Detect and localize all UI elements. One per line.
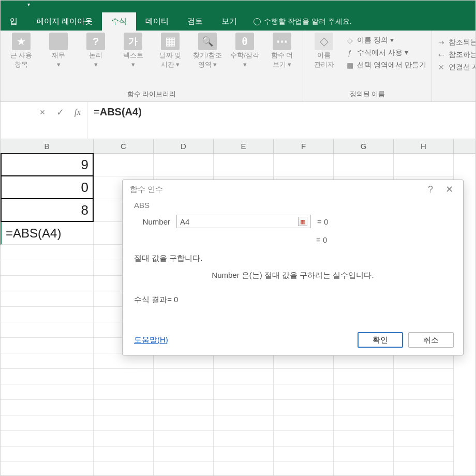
cell[interactable] — [1, 431, 94, 447]
col-header-E[interactable]: E — [214, 139, 274, 153]
cell[interactable] — [394, 400, 454, 415]
cell[interactable] — [214, 353, 274, 369]
tab-insert-partial[interactable]: 입 — [1, 12, 27, 31]
cell[interactable] — [94, 369, 154, 384]
dialog-help-icon[interactable]: ? — [424, 183, 437, 196]
financial-button[interactable]: 재무▾ — [43, 33, 74, 88]
cell[interactable] — [274, 369, 334, 384]
cell[interactable] — [214, 400, 274, 415]
cell[interactable] — [334, 415, 394, 431]
use-in-formula-button[interactable]: ƒ수식에서 사용 ▾ — [346, 48, 426, 57]
dialog-close-icon[interactable]: ✕ — [442, 183, 456, 196]
col-header-F[interactable]: F — [274, 139, 334, 153]
cell-B1[interactable]: 9 — [1, 153, 94, 176]
cell[interactable] — [94, 353, 154, 369]
name-manager-button[interactable]: 이름관리자 — [308, 33, 339, 88]
accept-formula-button[interactable]: ✓ — [55, 107, 65, 117]
cell-B2[interactable]: 0 — [1, 176, 94, 199]
insert-function-button[interactable]: fx — [72, 107, 83, 117]
cell-B3[interactable]: 8 — [1, 199, 94, 222]
cell-C1[interactable] — [94, 154, 154, 176]
cell[interactable] — [274, 447, 334, 462]
cell[interactable] — [1, 245, 94, 260]
cell[interactable] — [394, 415, 454, 431]
trace-dependents-button[interactable]: ⇠참조하는 — [437, 50, 476, 60]
create-from-selection-button[interactable]: ▦선택 영역에서 만들기 — [346, 61, 426, 70]
col-header-D[interactable]: D — [154, 139, 214, 153]
math-trig-button[interactable]: 수학/삼각▾ — [229, 33, 260, 88]
cell[interactable] — [154, 431, 214, 447]
range-picker-icon[interactable]: ▦ — [298, 217, 307, 226]
tab-review[interactable]: 검토 — [178, 12, 212, 31]
cell[interactable] — [334, 431, 394, 447]
remove-arrows-button[interactable]: ✕연결선 제 — [437, 63, 476, 72]
logical-button[interactable]: 논리▾ — [80, 33, 111, 88]
cell[interactable] — [334, 447, 394, 462]
cell[interactable] — [274, 462, 334, 476]
col-header-C[interactable]: C — [94, 139, 154, 153]
define-name-button[interactable]: ◇이름 정의 ▾ — [346, 36, 426, 45]
cell[interactable] — [334, 462, 394, 476]
cell[interactable] — [94, 400, 154, 415]
cell[interactable] — [1, 307, 94, 322]
cell[interactable] — [1, 353, 94, 369]
cell[interactable] — [394, 369, 454, 384]
ok-button[interactable]: 확인 — [358, 332, 403, 348]
cell[interactable] — [154, 384, 214, 400]
trace-precedents-button[interactable]: ⇢참조되는 — [437, 38, 476, 47]
cell-G1[interactable] — [334, 154, 394, 176]
lookup-button[interactable]: 찾기/참조영역 ▾ — [192, 33, 223, 88]
cell[interactable] — [154, 447, 214, 462]
cell[interactable] — [1, 322, 94, 338]
cell[interactable] — [94, 462, 154, 476]
recent-functions-button[interactable]: 근 사용항목 — [6, 33, 37, 88]
tab-view[interactable]: 보기 — [212, 12, 246, 31]
cell[interactable] — [214, 384, 274, 400]
cell[interactable] — [1, 447, 94, 462]
cell[interactable] — [1, 462, 94, 476]
text-button[interactable]: 텍스트▾ — [117, 33, 148, 88]
cell[interactable] — [394, 353, 454, 369]
cell[interactable] — [154, 400, 214, 415]
datetime-button[interactable]: 날짜 및시간 ▾ — [155, 33, 186, 88]
cell[interactable] — [154, 369, 214, 384]
tab-data[interactable]: 데이터 — [136, 12, 178, 31]
cell[interactable] — [1, 276, 94, 291]
cell[interactable] — [274, 400, 334, 415]
cell[interactable] — [94, 431, 154, 447]
cell[interactable] — [334, 353, 394, 369]
cancel-formula-button[interactable]: × — [37, 107, 48, 117]
cell[interactable] — [334, 384, 394, 400]
cell-F1[interactable] — [274, 154, 334, 176]
help-link[interactable]: 도움말(H) — [134, 335, 168, 345]
col-header-B[interactable]: B — [1, 139, 94, 153]
cell[interactable] — [94, 447, 154, 462]
more-functions-button[interactable]: 함수 더보기 ▾ — [266, 33, 298, 88]
tab-formulas[interactable]: 수식 — [102, 12, 136, 31]
cell[interactable] — [154, 415, 214, 431]
cell[interactable] — [154, 353, 214, 369]
cell[interactable] — [274, 353, 334, 369]
cell[interactable] — [214, 369, 274, 384]
cell[interactable] — [94, 415, 154, 431]
cell-B4-editing[interactable]: =ABS(A4) — [1, 222, 94, 245]
tab-page-layout[interactable]: 페이지 레이아웃 — [27, 12, 102, 31]
arg-input-number[interactable]: A4 ▦ — [176, 215, 311, 228]
col-header-G[interactable]: G — [334, 139, 394, 153]
cell[interactable] — [334, 400, 394, 415]
cell[interactable] — [154, 462, 214, 476]
cell[interactable] — [214, 462, 274, 476]
cell[interactable] — [274, 415, 334, 431]
cell[interactable] — [1, 369, 94, 384]
cell[interactable] — [1, 260, 94, 276]
qat-customize-icon[interactable]: ▾ — [27, 2, 30, 7]
cell[interactable] — [1, 291, 94, 307]
cancel-button[interactable]: 취소 — [408, 332, 454, 348]
cell[interactable] — [214, 431, 274, 447]
cell[interactable] — [394, 462, 454, 476]
cell[interactable] — [394, 384, 454, 400]
cell[interactable] — [394, 431, 454, 447]
cell[interactable] — [1, 384, 94, 400]
cell[interactable] — [1, 338, 94, 353]
cell[interactable] — [1, 415, 94, 431]
